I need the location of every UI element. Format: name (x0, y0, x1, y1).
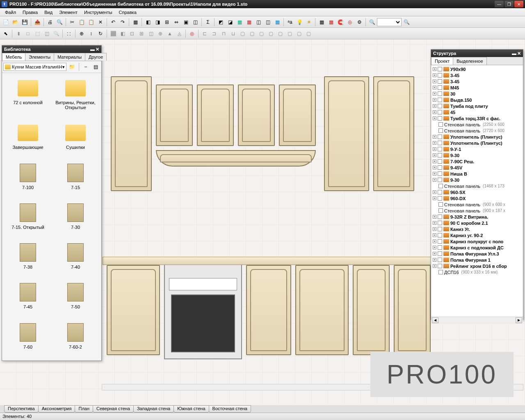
checkbox[interactable] (438, 233, 442, 237)
tool-icon[interactable]: ◧ (144, 18, 153, 27)
tree-row[interactable]: +45 (432, 109, 522, 115)
menu-Файл[interactable]: Файл (2, 9, 19, 16)
zoom-fit-icon[interactable]: 🔍 (402, 18, 411, 27)
expand-icon[interactable]: + (433, 166, 436, 169)
expand-icon[interactable]: + (433, 178, 436, 182)
new-icon[interactable]: 📄 (1, 18, 10, 27)
menu-Справка[interactable]: Справка (116, 9, 140, 16)
library-item[interactable]: 7-40 (53, 241, 98, 278)
gear-icon[interactable]: ⚙ (355, 18, 364, 27)
export-icon[interactable]: 📤 (33, 18, 42, 27)
tool-icon[interactable]: ⊕ (77, 29, 86, 38)
checkbox[interactable] (438, 190, 442, 194)
tree-row[interactable]: +Карниз уг. 90-2 (432, 232, 522, 238)
checkbox[interactable] (438, 104, 442, 108)
tool-icon[interactable]: ⊔ (228, 29, 237, 38)
menu-Правка[interactable]: Правка (19, 9, 41, 16)
checkbox[interactable] (438, 73, 442, 78)
magnet-icon[interactable]: 🧲 (336, 18, 345, 27)
tree-row[interactable]: Стеновая панель(900 x 600 x (432, 201, 522, 208)
checkbox[interactable] (438, 245, 442, 250)
expand-icon[interactable]: + (433, 252, 436, 256)
tool-icon[interactable]: ◫ (146, 29, 155, 38)
tree-row[interactable]: +30 (432, 91, 522, 97)
grid-icon[interactable]: ▦ (326, 18, 336, 27)
checkbox[interactable] (438, 79, 442, 84)
tree-row[interactable]: Стеновая панель(2250 x 600 (432, 121, 522, 128)
checkbox[interactable] (438, 159, 442, 164)
library-item[interactable]: 7-45 (5, 281, 50, 318)
tool-icon[interactable]: ▢ (247, 29, 256, 38)
checkbox[interactable] (438, 202, 443, 207)
view-icons-icon[interactable]: ▫▫ (82, 62, 90, 71)
tool-icon[interactable]: ⊡ (128, 29, 137, 38)
tool-icon[interactable]: ◬ (175, 29, 184, 38)
library-title[interactable]: Библиотека ▬ ✕ (2, 46, 101, 53)
expand-icon[interactable]: + (433, 240, 436, 243)
expand-icon[interactable]: + (433, 86, 436, 89)
expand-icon[interactable]: + (433, 98, 436, 102)
view-list-icon[interactable]: ▤ (91, 62, 100, 71)
tool-icon[interactable]: □ (23, 29, 32, 38)
expand-icon[interactable]: + (433, 147, 436, 151)
tree-row[interactable]: Стеновая панель(1468 x 173 (432, 183, 522, 189)
expand-icon[interactable]: + (433, 73, 436, 77)
scroll-right-icon[interactable]: ▶ (516, 317, 522, 323)
expand-icon[interactable]: + (433, 172, 436, 176)
tree-scrollbar[interactable]: ◀ ▶ (431, 317, 523, 323)
tool-icon[interactable]: ▦ (273, 18, 282, 27)
library-path-combo[interactable]: Кухни Массив Италия\Н ▾ (3, 63, 66, 71)
library-item[interactable]: Витрины, Решетки, Открытые (53, 76, 98, 119)
checkbox[interactable] (438, 221, 442, 225)
checkbox[interactable] (438, 135, 442, 139)
tree-row[interactable]: +9-30 (432, 177, 522, 183)
tool-icon[interactable]: ▣ (181, 18, 190, 27)
library-item[interactable]: 7-38 (5, 241, 50, 278)
checkbox[interactable] (438, 128, 443, 133)
tree-row[interactable]: ДСП16(900 x 333 x 16 мм) (432, 269, 522, 275)
checkbox[interactable] (438, 270, 443, 274)
view-tab[interactable]: Перспектива (4, 405, 39, 413)
tree-row[interactable]: +Уплотнитель (Плинтус) (432, 134, 522, 140)
tree-row[interactable]: +Выдв.150 (432, 97, 522, 103)
expand-icon[interactable]: + (433, 141, 436, 145)
select-icon[interactable]: ⬉ (1, 29, 10, 38)
tool-icon[interactable]: ↕ (87, 29, 96, 38)
cut-icon[interactable]: ✂ (68, 18, 77, 27)
tool-icon[interactable]: ▢ (304, 29, 313, 38)
target-icon[interactable]: ◎ (187, 29, 196, 38)
view-tab[interactable]: Западная стена (133, 405, 174, 413)
tool-icon[interactable]: ▢ (294, 29, 304, 38)
view-tab[interactable]: Восточная стена (209, 405, 251, 413)
structure-title[interactable]: Структура ▬ ✕ (431, 50, 523, 57)
close-button[interactable]: ✕ (514, 1, 523, 7)
structure-tab[interactable]: Выделенное (453, 57, 486, 65)
menu-Элемент[interactable]: Элемент (56, 9, 81, 16)
up-folder-icon[interactable]: 📁 (68, 62, 76, 71)
library-grid[interactable]: 72 с колоннойВитрины, Решетки, ОткрытыеЗ… (2, 73, 101, 361)
tree-row[interactable]: +Рейлинг хром D16 в сбор (432, 263, 522, 269)
zoom-icon[interactable]: 🔍 (368, 18, 377, 27)
tool-icon[interactable]: ▦ (244, 18, 253, 27)
library-tab[interactable]: Другое (85, 53, 107, 61)
view-tab[interactable]: Южная стена (173, 405, 209, 413)
expand-icon[interactable]: + (433, 264, 436, 268)
checkbox[interactable] (438, 215, 442, 219)
checkbox[interactable] (438, 67, 442, 71)
tool-icon[interactable]: ▢ (238, 29, 247, 38)
expand-icon[interactable]: + (433, 233, 436, 237)
tool-icon[interactable]: ▲ (165, 29, 174, 38)
print-icon[interactable]: 🖨 (46, 18, 55, 27)
tree-row[interactable]: +Карниз с подложкой ДС (432, 244, 522, 251)
delete-icon[interactable]: ✕ (96, 18, 105, 27)
structure-tab[interactable]: Проект (431, 57, 453, 65)
redo-icon[interactable]: ↷ (118, 18, 127, 27)
save-icon[interactable]: 💾 (20, 18, 29, 27)
library-tab[interactable]: Мебель (2, 53, 25, 61)
preview-icon[interactable]: 🔍 (55, 18, 64, 27)
tool-icon[interactable]: ⊏ (200, 29, 209, 38)
library-item[interactable]: 7-15. Открытый (5, 201, 50, 238)
tree-row[interactable]: +М45 (432, 84, 522, 91)
tool-icon[interactable]: ◫ (254, 18, 263, 27)
tree-row[interactable]: +9-32R Z Витрина. (432, 214, 522, 220)
